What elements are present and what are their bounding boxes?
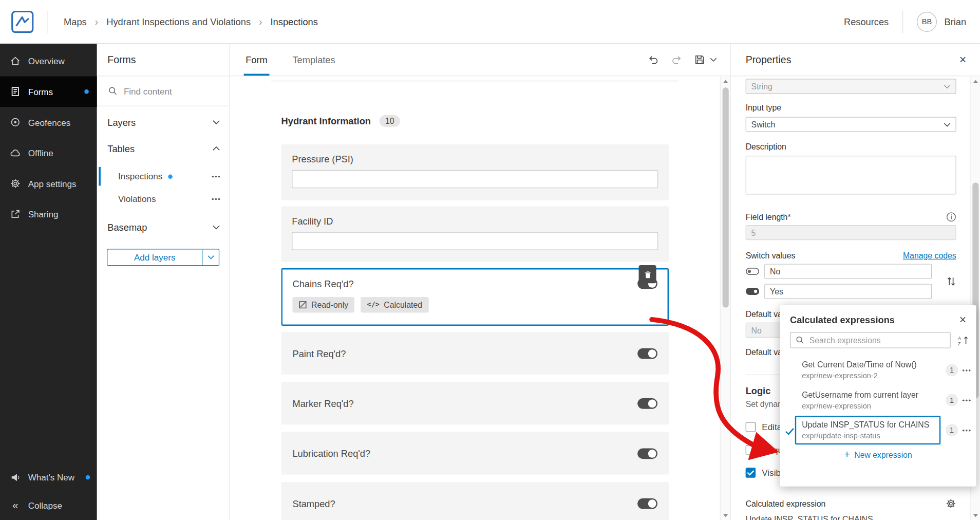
add-layers-button[interactable]: Add layers bbox=[107, 250, 202, 265]
item-options-button[interactable] bbox=[965, 425, 969, 435]
item-options-button[interactable] bbox=[965, 365, 969, 375]
scroll-up-button[interactable] bbox=[971, 76, 980, 86]
basemap-group-row[interactable]: Basemap bbox=[97, 214, 230, 240]
table-item-violations[interactable]: Violations bbox=[97, 188, 230, 210]
expression-search-input[interactable] bbox=[809, 336, 945, 345]
form-column: Hydrant Information 10 Pressure (PSI) Fa… bbox=[271, 76, 679, 520]
description-textarea[interactable] bbox=[746, 156, 956, 194]
item-options-button[interactable] bbox=[214, 172, 218, 181]
tables-group-row[interactable]: Tables bbox=[97, 135, 230, 161]
field-card-facility-id[interactable]: Facility ID bbox=[281, 207, 669, 262]
sidebar-item-app-settings[interactable]: App settings bbox=[0, 168, 97, 199]
delete-field-button[interactable] bbox=[639, 265, 656, 283]
ellipsis-icon bbox=[966, 369, 968, 372]
tab-templates[interactable]: Templates bbox=[291, 44, 337, 76]
layers-group-row[interactable]: Layers bbox=[97, 109, 230, 135]
expression-search-box[interactable] bbox=[790, 332, 951, 348]
read-only-badge: Read-only bbox=[292, 297, 354, 312]
sidebar-item-sharing[interactable]: Sharing bbox=[0, 199, 97, 230]
section-count-badge: 10 bbox=[380, 115, 400, 127]
properties-header: Properties bbox=[730, 44, 980, 76]
topbar-divider bbox=[902, 10, 903, 33]
gear-icon[interactable] bbox=[946, 498, 956, 509]
switch-on-value-input[interactable] bbox=[764, 284, 932, 299]
field-switch-toggle[interactable] bbox=[637, 398, 657, 408]
save-button[interactable] bbox=[694, 54, 705, 65]
sidebar-item-geofences[interactable]: Geofences bbox=[0, 107, 97, 138]
field-text-input[interactable] bbox=[292, 232, 658, 250]
field-text-input[interactable] bbox=[292, 170, 658, 188]
svg-text:A: A bbox=[958, 335, 961, 340]
field-card-paint[interactable]: Paint Req'd? bbox=[281, 332, 669, 375]
table-item-label: Inspections bbox=[118, 171, 162, 181]
chevron-down-icon bbox=[944, 122, 950, 127]
usage-count-badge: 1 bbox=[946, 394, 958, 406]
sidebar-item-whats-new[interactable]: What's New bbox=[0, 462, 97, 491]
scrollbar-thumb[interactable] bbox=[723, 87, 729, 307]
field-switch-toggle[interactable] bbox=[637, 448, 657, 459]
scroll-up-button[interactable] bbox=[721, 76, 730, 86]
avatar[interactable]: BB bbox=[917, 12, 937, 32]
required-checkbox[interactable] bbox=[746, 445, 756, 455]
tab-form[interactable]: Form bbox=[244, 44, 270, 76]
expression-subtitle: expr/new-expression-2 bbox=[802, 372, 934, 380]
topbar-divider bbox=[47, 10, 47, 33]
find-content-search[interactable] bbox=[97, 76, 230, 106]
badge-label: Read-only bbox=[311, 300, 348, 309]
visible-checkbox[interactable] bbox=[746, 468, 756, 477]
sidebar-item-offline[interactable]: Offline bbox=[0, 138, 97, 169]
field-card-marker[interactable]: Marker Req'd? bbox=[281, 382, 669, 424]
item-options-button[interactable] bbox=[965, 396, 969, 405]
scroll-down-button[interactable] bbox=[971, 510, 980, 520]
expression-title: Update INSP_STATUS for CHAINS bbox=[802, 420, 934, 430]
close-icon[interactable] bbox=[959, 314, 967, 326]
home-icon bbox=[10, 55, 21, 66]
redo-button[interactable] bbox=[671, 54, 682, 65]
field-badges: Read-only </> Calculated bbox=[292, 297, 657, 312]
info-icon[interactable] bbox=[946, 212, 956, 221]
canvas-scrollbar[interactable] bbox=[720, 76, 730, 520]
sidebar-collapse-button[interactable]: Collapse bbox=[0, 491, 97, 520]
section-title: Hydrant Information bbox=[281, 116, 371, 126]
field-card-pressure[interactable]: Pressure (PSI) bbox=[281, 144, 669, 200]
sidebar-item-overview[interactable]: Overview bbox=[0, 46, 97, 77]
find-content-input[interactable] bbox=[124, 86, 218, 96]
editable-checkbox[interactable] bbox=[746, 422, 756, 432]
new-expression-button[interactable]: New expression bbox=[780, 450, 976, 459]
ellipsis-icon bbox=[966, 429, 968, 431]
calculated-expressions-popup: Calculated expressions AZ Get Current Da… bbox=[780, 305, 976, 487]
switch-off-value-input[interactable] bbox=[764, 264, 932, 278]
chevron-down-icon bbox=[207, 255, 214, 259]
collapse-icon bbox=[10, 500, 21, 511]
table-item-inspections[interactable]: Inspections bbox=[97, 165, 230, 188]
expression-item[interactable]: GetUsername from current layer expr/new-… bbox=[795, 386, 941, 415]
field-card-lubrication[interactable]: Lubrication Req'd? bbox=[281, 432, 669, 475]
breadcrumb-maps[interactable]: Maps bbox=[64, 16, 87, 27]
field-switch-toggle[interactable] bbox=[637, 498, 657, 509]
input-type-select[interactable]: Switch bbox=[746, 117, 956, 132]
expression-item-selected[interactable]: Update INSP_STATUS for CHAINS expr/updat… bbox=[795, 416, 941, 444]
item-options-button[interactable] bbox=[214, 194, 218, 203]
form-canvas: Form Templates bbox=[230, 44, 730, 520]
calculated-expression-value: Update INSP_STATUS for CHAINS bbox=[746, 514, 956, 520]
field-card-chains-selected[interactable]: Chains Req'd? Read-only </> Calculated bbox=[281, 268, 669, 326]
field-label: Stamped? bbox=[292, 498, 335, 509]
calculated-expression-label: Calculated expression bbox=[746, 499, 826, 508]
field-switch-toggle[interactable] bbox=[637, 348, 657, 359]
calculated-badge: </> Calculated bbox=[361, 297, 428, 312]
sidebar-item-forms[interactable]: Forms bbox=[0, 76, 97, 107]
save-dropdown-button[interactable] bbox=[710, 58, 717, 62]
manage-codes-link[interactable]: Manage codes bbox=[903, 251, 956, 260]
scroll-down-button[interactable] bbox=[721, 510, 730, 520]
expression-item[interactable]: Get Current Date/Time of Now() expr/new-… bbox=[795, 356, 941, 384]
sort-ascending-button[interactable]: AZ bbox=[958, 335, 969, 346]
add-layers-dropdown-button[interactable] bbox=[202, 250, 219, 265]
field-card-stamped[interactable]: Stamped? bbox=[281, 482, 669, 520]
sidebar-item-label: Sharing bbox=[28, 209, 59, 219]
user-name[interactable]: Brian bbox=[945, 16, 967, 27]
resources-link[interactable]: Resources bbox=[844, 16, 889, 27]
breadcrumb-map-name[interactable]: Hydrant Inspections and Violations bbox=[106, 16, 251, 27]
undo-button[interactable] bbox=[648, 54, 659, 65]
reorder-icon[interactable] bbox=[946, 276, 956, 287]
close-icon[interactable] bbox=[959, 54, 967, 66]
